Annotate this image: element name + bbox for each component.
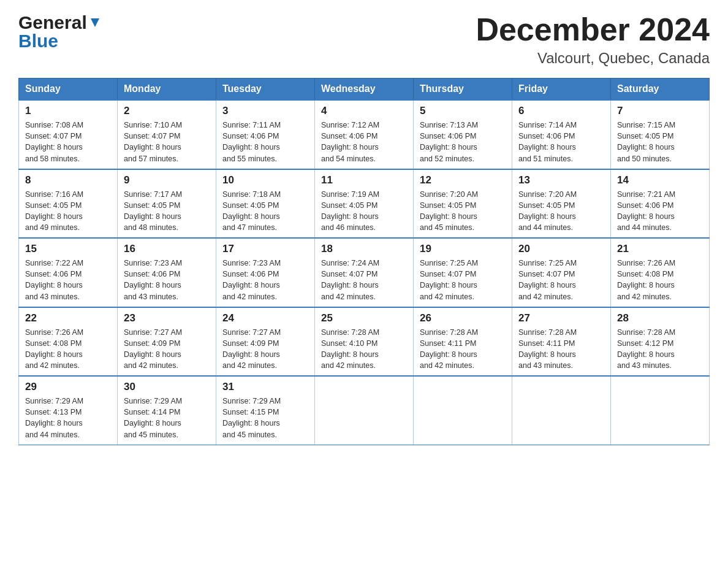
- calendar-table: Sunday Monday Tuesday Wednesday Thursday…: [18, 78, 710, 445]
- week-row-2: 8Sunrise: 7:16 AMSunset: 4:05 PMDaylight…: [19, 169, 710, 239]
- calendar-cell: 21Sunrise: 7:26 AMSunset: 4:08 PMDayligh…: [611, 238, 710, 307]
- day-info: Sunrise: 7:24 AMSunset: 4:07 PMDaylight:…: [321, 258, 407, 302]
- calendar-cell: 14Sunrise: 7:21 AMSunset: 4:06 PMDayligh…: [611, 169, 710, 239]
- calendar-cell: 1Sunrise: 7:08 AMSunset: 4:07 PMDaylight…: [19, 100, 118, 169]
- day-number: 30: [124, 381, 210, 393]
- calendar-subtitle: Valcourt, Quebec, Canada: [476, 50, 710, 67]
- day-number: 17: [222, 243, 308, 255]
- day-number: 2: [124, 105, 210, 117]
- day-info: Sunrise: 7:20 AMSunset: 4:05 PMDaylight:…: [420, 189, 506, 234]
- day-info: Sunrise: 7:28 AMSunset: 4:11 PMDaylight:…: [518, 327, 604, 372]
- header-wednesday: Wednesday: [315, 79, 414, 101]
- svg-marker-0: [91, 18, 99, 27]
- day-info: Sunrise: 7:17 AMSunset: 4:05 PMDaylight:…: [124, 189, 210, 234]
- day-number: 9: [124, 174, 210, 186]
- calendar-cell: 20Sunrise: 7:25 AMSunset: 4:07 PMDayligh…: [512, 238, 611, 307]
- day-info: Sunrise: 7:11 AMSunset: 4:06 PMDaylight:…: [222, 120, 308, 164]
- calendar-cell: 30Sunrise: 7:29 AMSunset: 4:14 PMDayligh…: [118, 376, 216, 445]
- day-info: Sunrise: 7:28 AMSunset: 4:12 PMDaylight:…: [617, 327, 703, 372]
- header-saturday: Saturday: [611, 79, 710, 101]
- calendar-cell: 25Sunrise: 7:28 AMSunset: 4:10 PMDayligh…: [315, 307, 414, 377]
- day-number: 6: [518, 105, 604, 117]
- day-info: Sunrise: 7:25 AMSunset: 4:07 PMDaylight:…: [518, 258, 604, 302]
- calendar-cell: 9Sunrise: 7:17 AMSunset: 4:05 PMDaylight…: [118, 169, 216, 239]
- day-info: Sunrise: 7:14 AMSunset: 4:06 PMDaylight:…: [518, 120, 604, 164]
- calendar-cell: 4Sunrise: 7:12 AMSunset: 4:06 PMDaylight…: [315, 100, 414, 169]
- title-block: December 2024 Valcourt, Quebec, Canada: [476, 12, 710, 67]
- day-number: 4: [321, 105, 407, 117]
- day-number: 18: [321, 243, 407, 255]
- logo: General Blue: [18, 12, 102, 52]
- calendar-cell: 5Sunrise: 7:13 AMSunset: 4:06 PMDaylight…: [414, 100, 512, 169]
- calendar-cell: 7Sunrise: 7:15 AMSunset: 4:05 PMDaylight…: [611, 100, 710, 169]
- day-info: Sunrise: 7:15 AMSunset: 4:05 PMDaylight:…: [617, 120, 703, 164]
- calendar-cell: 17Sunrise: 7:23 AMSunset: 4:06 PMDayligh…: [216, 238, 315, 307]
- day-info: Sunrise: 7:13 AMSunset: 4:06 PMDaylight:…: [420, 120, 506, 164]
- day-number: 24: [222, 312, 308, 324]
- day-info: Sunrise: 7:25 AMSunset: 4:07 PMDaylight:…: [420, 258, 506, 302]
- calendar-cell: 3Sunrise: 7:11 AMSunset: 4:06 PMDaylight…: [216, 100, 315, 169]
- calendar-cell: 8Sunrise: 7:16 AMSunset: 4:05 PMDaylight…: [19, 169, 118, 239]
- header-friday: Friday: [512, 79, 611, 101]
- day-info: Sunrise: 7:29 AMSunset: 4:14 PMDaylight:…: [124, 396, 210, 440]
- calendar-cell: 12Sunrise: 7:20 AMSunset: 4:05 PMDayligh…: [414, 169, 512, 239]
- day-number: 29: [25, 381, 111, 393]
- day-number: 22: [25, 312, 111, 324]
- day-number: 28: [617, 312, 703, 324]
- day-number: 27: [518, 312, 604, 324]
- day-info: Sunrise: 7:12 AMSunset: 4:06 PMDaylight:…: [321, 120, 407, 164]
- header-sunday: Sunday: [19, 79, 118, 101]
- day-number: 13: [518, 174, 604, 186]
- day-number: 5: [420, 105, 506, 117]
- calendar-cell: 29Sunrise: 7:29 AMSunset: 4:13 PMDayligh…: [19, 376, 118, 445]
- calendar-cell: 10Sunrise: 7:18 AMSunset: 4:05 PMDayligh…: [216, 169, 315, 239]
- day-number: 7: [617, 105, 703, 117]
- day-info: Sunrise: 7:10 AMSunset: 4:07 PMDaylight:…: [124, 120, 210, 164]
- day-number: 3: [222, 105, 308, 117]
- logo-general-text: General: [18, 12, 87, 33]
- day-info: Sunrise: 7:21 AMSunset: 4:06 PMDaylight:…: [617, 189, 703, 234]
- day-number: 26: [420, 312, 506, 324]
- calendar-cell: 26Sunrise: 7:28 AMSunset: 4:11 PMDayligh…: [414, 307, 512, 377]
- day-info: Sunrise: 7:19 AMSunset: 4:05 PMDaylight:…: [321, 189, 407, 234]
- logo-arrow-icon: [88, 16, 102, 29]
- day-info: Sunrise: 7:16 AMSunset: 4:05 PMDaylight:…: [25, 189, 111, 234]
- header-tuesday: Tuesday: [216, 79, 315, 101]
- day-info: Sunrise: 7:27 AMSunset: 4:09 PMDaylight:…: [222, 327, 308, 372]
- day-info: Sunrise: 7:22 AMSunset: 4:06 PMDaylight:…: [25, 258, 111, 302]
- calendar-cell: 15Sunrise: 7:22 AMSunset: 4:06 PMDayligh…: [19, 238, 118, 307]
- logo-blue-text: Blue: [18, 31, 58, 52]
- day-number: 16: [124, 243, 210, 255]
- header-monday: Monday: [118, 79, 216, 101]
- day-info: Sunrise: 7:23 AMSunset: 4:06 PMDaylight:…: [124, 258, 210, 302]
- day-info: Sunrise: 7:08 AMSunset: 4:07 PMDaylight:…: [25, 120, 111, 164]
- calendar-cell: [414, 376, 512, 445]
- calendar-cell: [611, 376, 710, 445]
- day-number: 11: [321, 174, 407, 186]
- week-row-3: 15Sunrise: 7:22 AMSunset: 4:06 PMDayligh…: [19, 238, 710, 307]
- day-number: 25: [321, 312, 407, 324]
- calendar-cell: 2Sunrise: 7:10 AMSunset: 4:07 PMDaylight…: [118, 100, 216, 169]
- day-info: Sunrise: 7:29 AMSunset: 4:15 PMDaylight:…: [222, 396, 308, 440]
- day-info: Sunrise: 7:26 AMSunset: 4:08 PMDaylight:…: [617, 258, 703, 302]
- day-number: 12: [420, 174, 506, 186]
- day-number: 10: [222, 174, 308, 186]
- calendar-cell: 13Sunrise: 7:20 AMSunset: 4:05 PMDayligh…: [512, 169, 611, 239]
- day-info: Sunrise: 7:26 AMSunset: 4:08 PMDaylight:…: [25, 327, 111, 372]
- day-number: 31: [222, 381, 308, 393]
- day-number: 23: [124, 312, 210, 324]
- calendar-cell: 19Sunrise: 7:25 AMSunset: 4:07 PMDayligh…: [414, 238, 512, 307]
- day-number: 8: [25, 174, 111, 186]
- calendar-cell: 24Sunrise: 7:27 AMSunset: 4:09 PMDayligh…: [216, 307, 315, 377]
- day-info: Sunrise: 7:28 AMSunset: 4:11 PMDaylight:…: [420, 327, 506, 372]
- day-number: 19: [420, 243, 506, 255]
- day-number: 1: [25, 105, 111, 117]
- day-info: Sunrise: 7:18 AMSunset: 4:05 PMDaylight:…: [222, 189, 308, 234]
- calendar-cell: 27Sunrise: 7:28 AMSunset: 4:11 PMDayligh…: [512, 307, 611, 377]
- week-row-5: 29Sunrise: 7:29 AMSunset: 4:13 PMDayligh…: [19, 376, 710, 445]
- calendar-cell: 22Sunrise: 7:26 AMSunset: 4:08 PMDayligh…: [19, 307, 118, 377]
- calendar-title: December 2024: [476, 12, 710, 47]
- day-number: 21: [617, 243, 703, 255]
- weekday-header-row: Sunday Monday Tuesday Wednesday Thursday…: [19, 79, 710, 101]
- calendar-cell: 18Sunrise: 7:24 AMSunset: 4:07 PMDayligh…: [315, 238, 414, 307]
